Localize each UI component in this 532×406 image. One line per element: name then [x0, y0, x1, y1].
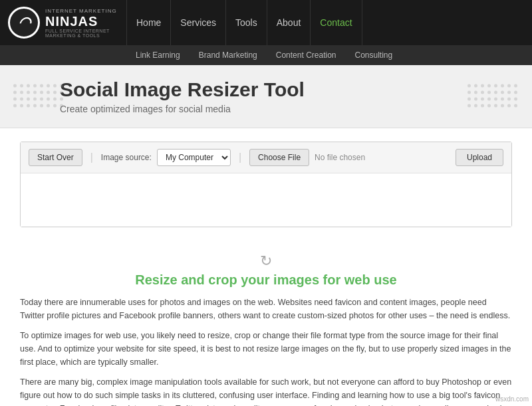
hero-content: Social Image Resizer Tool Create optimiz…	[20, 78, 512, 114]
logo-ninjas: NINJAS	[45, 14, 118, 29]
nav-services[interactable]: Services	[171, 0, 226, 45]
tool-bar: Start Over | Image source: My Computer |…	[21, 142, 511, 173]
subnav-consulting[interactable]: Consulting	[346, 45, 402, 65]
refresh-icon: ↻	[260, 253, 272, 269]
content-paragraph-2: To optimize images for web use, you like…	[20, 329, 512, 369]
logo-tagline: FULL SERVICE INTERNET MARKETING & TOOLS	[45, 29, 118, 38]
no-file-text: No file chosen	[315, 153, 365, 162]
nav-home[interactable]: Home	[126, 0, 171, 45]
resize-heading: Resize and crop your images for web use	[20, 272, 512, 288]
hero-title: Social Image Resizer Tool	[60, 78, 512, 101]
logo-area: ◠ INTERNET MARKETING NINJAS FULL SERVICE…	[0, 1, 126, 44]
choose-file-button[interactable]: Choose File	[249, 149, 309, 166]
start-over-button[interactable]: Start Over	[29, 149, 82, 166]
nav-about[interactable]: About	[267, 0, 311, 45]
main-navigation: Home Services Tools About Contact	[126, 0, 362, 45]
logo-internet-marketing: INTERNET MARKETING	[45, 8, 118, 14]
content-paragraph-3: There are many big, complex image manipu…	[20, 375, 512, 406]
image-source-label: Image source:	[101, 153, 152, 162]
tool-area: Start Over | Image source: My Computer |…	[0, 128, 532, 241]
subnav-brand-marketing[interactable]: Brand Marketing	[190, 45, 267, 65]
hero-subtitle: Create optimized images for social media	[60, 104, 512, 114]
hero-dots-right	[467, 84, 519, 109]
hero-section: Social Image Resizer Tool Create optimiz…	[0, 65, 532, 128]
toolbar-separator2: |	[239, 152, 241, 163]
nav-contact[interactable]: Contact	[311, 0, 362, 45]
nav-tools[interactable]: Tools	[226, 0, 267, 45]
upload-button[interactable]: Upload	[456, 149, 503, 166]
sub-navigation: Link Earning Brand Marketing Content Cre…	[0, 45, 532, 65]
toolbar-separator: |	[90, 152, 93, 163]
subnav-content-creation[interactable]: Content Creation	[267, 45, 346, 65]
tool-content	[21, 173, 511, 227]
content-section: ↻ Resize and crop your images for web us…	[0, 241, 532, 406]
resize-icon-area: ↻	[20, 253, 512, 270]
hero-dots-left	[13, 84, 65, 109]
watermark: wsxdn.com	[495, 395, 529, 403]
subnav-link-earning[interactable]: Link Earning	[126, 45, 190, 65]
source-select[interactable]: My Computer	[157, 149, 231, 166]
top-nav-bar: ◠ INTERNET MARKETING NINJAS FULL SERVICE…	[0, 0, 532, 45]
tool-box: Start Over | Image source: My Computer |…	[20, 142, 512, 227]
logo-icon: ◠	[8, 7, 40, 39]
content-paragraph-1: Today there are innumerable uses for pho…	[20, 296, 512, 322]
